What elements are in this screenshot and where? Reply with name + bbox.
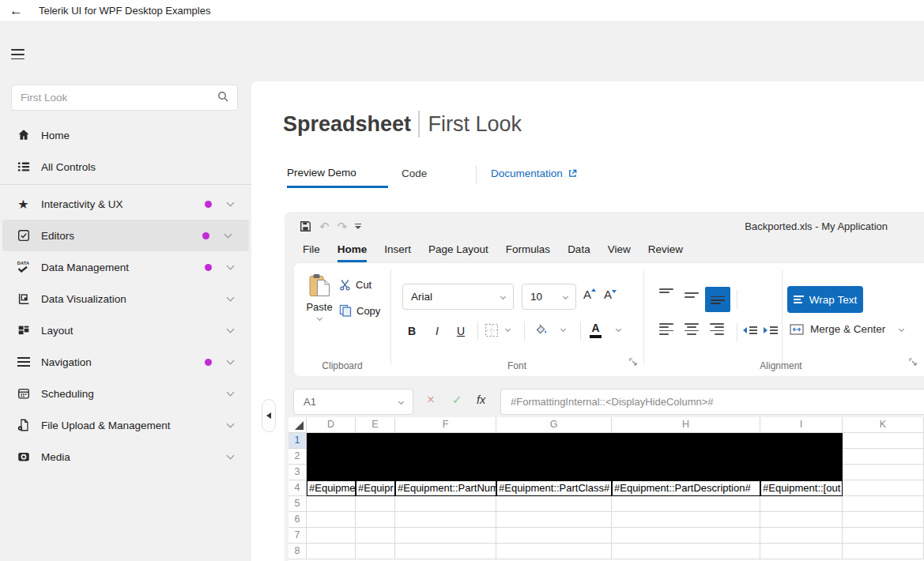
sidebar-item-data-visualization[interactable]: Data Visualization: [0, 283, 251, 314]
cell[interactable]: [612, 496, 760, 512]
font-family-combo[interactable]: Arial: [402, 284, 514, 310]
cell-E4[interactable]: #Equipr: [356, 480, 395, 496]
italic-button[interactable]: I: [427, 320, 447, 342]
column-header[interactable]: F: [395, 417, 496, 433]
ribbon-tab-formulas[interactable]: Formulas: [506, 242, 550, 260]
row-header[interactable]: 3: [289, 465, 307, 480]
merge-center-button[interactable]: Merge & Center: [790, 323, 903, 335]
cell-H4[interactable]: #Equipment::PartDescription#: [612, 480, 760, 496]
row-header[interactable]: 4: [289, 480, 307, 496]
chevron-down-icon[interactable]: [227, 452, 235, 460]
tab-code[interactable]: Code: [402, 168, 476, 186]
decrease-indent-button[interactable]: [743, 326, 757, 334]
cell[interactable]: [843, 544, 924, 559]
wrap-text-button[interactable]: Wrap Text: [787, 286, 863, 313]
align-right-button[interactable]: [710, 323, 724, 337]
cell[interactable]: [307, 496, 356, 512]
increase-font-size-button[interactable]: A: [583, 288, 596, 301]
increase-indent-button[interactable]: [764, 326, 778, 334]
chevron-down-icon[interactable]: [616, 326, 621, 332]
cell[interactable]: [612, 528, 760, 544]
ribbon-tab-review[interactable]: Review: [648, 242, 683, 260]
font-color-button[interactable]: A: [590, 322, 602, 338]
underline-button[interactable]: U: [451, 320, 471, 342]
cell[interactable]: [496, 544, 612, 559]
row-header[interactable]: 2: [289, 449, 307, 465]
cell[interactable]: [496, 496, 612, 512]
cell[interactable]: [843, 528, 924, 544]
chevron-down-icon[interactable]: [227, 262, 235, 270]
chevron-down-icon[interactable]: [227, 357, 235, 365]
select-all-corner[interactable]: [289, 417, 307, 433]
cell[interactable]: [760, 512, 843, 528]
column-header[interactable]: E: [356, 417, 395, 433]
sidebar-item-navigation[interactable]: Navigation: [0, 346, 251, 378]
cell[interactable]: [356, 496, 395, 512]
cell[interactable]: [843, 512, 924, 528]
black-filled-cells-region[interactable]: [307, 433, 843, 480]
undo-icon[interactable]: ↶: [319, 221, 330, 232]
column-header[interactable]: I: [760, 417, 843, 433]
sidebar-item-interactivity-ux[interactable]: ★ Interactivity & UX: [0, 188, 251, 220]
chevron-down-icon[interactable]: [227, 326, 235, 333]
cell[interactable]: [843, 480, 924, 496]
insert-function-fx-icon[interactable]: fx: [477, 393, 485, 406]
cell[interactable]: [760, 528, 843, 544]
cell[interactable]: [760, 496, 843, 512]
cell-I4[interactable]: #Equipment::[out: [760, 480, 843, 496]
cell[interactable]: [395, 512, 496, 528]
documentation-link[interactable]: Documentation: [491, 168, 578, 186]
chevron-down-icon[interactable]: [227, 199, 235, 207]
align-bottom-button[interactable]: [705, 287, 730, 312]
column-header[interactable]: G: [496, 417, 612, 433]
ribbon-tab-file[interactable]: File: [303, 242, 320, 260]
sidebar-item-scheduling[interactable]: Scheduling: [0, 378, 251, 409]
chevron-down-icon[interactable]: [227, 420, 235, 428]
tab-preview-demo[interactable]: Preview Demo: [287, 167, 388, 188]
confirm-entry-icon[interactable]: ✓: [452, 393, 462, 407]
row-header[interactable]: 6: [289, 512, 307, 528]
align-top-button[interactable]: [659, 288, 673, 302]
cut-button[interactable]: Cut: [339, 279, 371, 291]
fill-color-button[interactable]: [534, 322, 549, 340]
cell[interactable]: [496, 528, 612, 544]
qat-customize-icon[interactable]: [355, 224, 361, 229]
cell[interactable]: [307, 544, 356, 559]
cell[interactable]: [395, 528, 496, 544]
chevron-down-icon[interactable]: [505, 326, 511, 332]
cell[interactable]: [612, 544, 760, 559]
cell[interactable]: [356, 512, 395, 528]
sidebar-item-home[interactable]: Home: [0, 119, 251, 151]
cell[interactable]: [843, 465, 924, 480]
cell[interactable]: [760, 544, 843, 559]
cell[interactable]: [307, 528, 356, 544]
chevron-down-icon[interactable]: [227, 389, 235, 397]
sidebar-item-data-management[interactable]: DATA Data Management: [0, 251, 251, 283]
sidebar-item-all-controls[interactable]: All Controls: [0, 151, 251, 183]
redo-icon[interactable]: ↷: [338, 221, 348, 232]
ribbon-tab-insert[interactable]: Insert: [384, 242, 411, 260]
cell-D4[interactable]: #Equipmer: [307, 480, 356, 496]
hamburger-menu-icon[interactable]: [11, 49, 25, 59]
ribbon-tab-home[interactable]: Home: [338, 242, 368, 262]
cell[interactable]: [356, 528, 395, 544]
paste-button[interactable]: Paste: [305, 273, 334, 320]
formula-input[interactable]: #FormattingInternal::<DisplayHideColumn>…: [500, 389, 924, 415]
search-input[interactable]: [21, 92, 210, 104]
sidebar-item-file-upload[interactable]: File Upload & Management: [0, 409, 251, 441]
name-box[interactable]: A1: [293, 389, 413, 415]
ribbon-tab-data[interactable]: Data: [568, 242, 590, 260]
cell[interactable]: [307, 512, 356, 528]
cell[interactable]: [843, 449, 924, 465]
decrease-font-size-button[interactable]: A: [604, 288, 617, 301]
align-middle-button[interactable]: [685, 288, 699, 302]
row-header[interactable]: 1: [289, 433, 307, 449]
alignment-dialog-launcher-icon[interactable]: [909, 356, 918, 370]
font-size-combo[interactable]: 10: [522, 284, 576, 310]
cancel-entry-icon[interactable]: ×: [427, 392, 435, 408]
sidebar-item-layout[interactable]: Layout: [0, 314, 251, 346]
column-header[interactable]: D: [307, 417, 356, 433]
ribbon-tab-page-layout[interactable]: Page Layout: [428, 242, 488, 260]
save-icon[interactable]: [300, 220, 311, 232]
align-left-button[interactable]: [659, 323, 673, 337]
